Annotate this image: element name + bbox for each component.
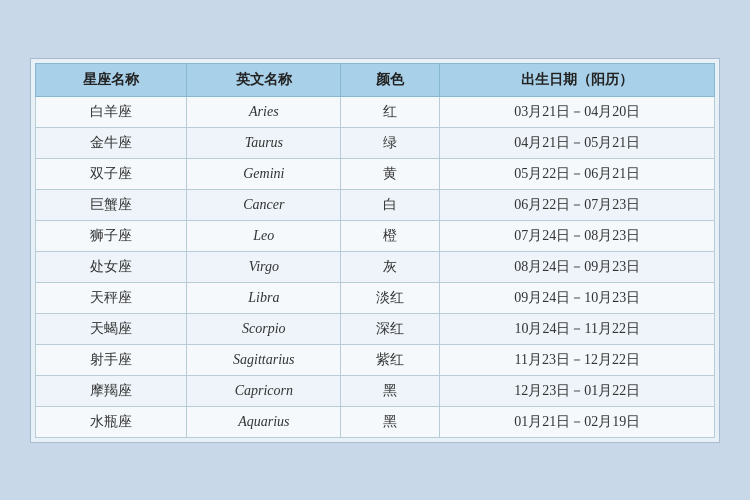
table-cell: 08月24日－09月23日 (440, 251, 715, 282)
zodiac-table-wrapper: 星座名称英文名称颜色出生日期（阳历） 白羊座Aries红03月21日－04月20… (30, 58, 720, 443)
table-cell: 黄 (341, 158, 440, 189)
table-cell: 巨蟹座 (36, 189, 187, 220)
table-header-cell: 英文名称 (187, 63, 341, 96)
table-cell: 处女座 (36, 251, 187, 282)
table-cell: 橙 (341, 220, 440, 251)
table-row: 处女座Virgo灰08月24日－09月23日 (36, 251, 715, 282)
table-cell: 03月21日－04月20日 (440, 96, 715, 127)
table-header-cell: 颜色 (341, 63, 440, 96)
table-cell: 白羊座 (36, 96, 187, 127)
table-cell: 01月21日－02月19日 (440, 406, 715, 437)
table-cell: 11月23日－12月22日 (440, 344, 715, 375)
table-cell: 05月22日－06月21日 (440, 158, 715, 189)
zodiac-table: 星座名称英文名称颜色出生日期（阳历） 白羊座Aries红03月21日－04月20… (35, 63, 715, 438)
table-cell: Libra (187, 282, 341, 313)
table-row: 天秤座Libra淡红09月24日－10月23日 (36, 282, 715, 313)
table-cell: 黑 (341, 375, 440, 406)
table-row: 金牛座Taurus绿04月21日－05月21日 (36, 127, 715, 158)
table-cell: 红 (341, 96, 440, 127)
table-cell: 09月24日－10月23日 (440, 282, 715, 313)
table-cell: Virgo (187, 251, 341, 282)
table-cell: 射手座 (36, 344, 187, 375)
table-cell: Sagittarius (187, 344, 341, 375)
table-row: 射手座Sagittarius紫红11月23日－12月22日 (36, 344, 715, 375)
table-cell: 黑 (341, 406, 440, 437)
table-row: 天蝎座Scorpio深红10月24日－11月22日 (36, 313, 715, 344)
table-cell: Cancer (187, 189, 341, 220)
table-cell: 10月24日－11月22日 (440, 313, 715, 344)
table-cell: 双子座 (36, 158, 187, 189)
table-cell: 天秤座 (36, 282, 187, 313)
table-cell: 紫红 (341, 344, 440, 375)
table-cell: 水瓶座 (36, 406, 187, 437)
table-cell: 04月21日－05月21日 (440, 127, 715, 158)
table-header-row: 星座名称英文名称颜色出生日期（阳历） (36, 63, 715, 96)
table-cell: 07月24日－08月23日 (440, 220, 715, 251)
table-header-cell: 出生日期（阳历） (440, 63, 715, 96)
table-cell: 12月23日－01月22日 (440, 375, 715, 406)
table-cell: 金牛座 (36, 127, 187, 158)
table-cell: 白 (341, 189, 440, 220)
table-cell: 摩羯座 (36, 375, 187, 406)
table-row: 双子座Gemini黄05月22日－06月21日 (36, 158, 715, 189)
table-cell: Aries (187, 96, 341, 127)
table-body: 白羊座Aries红03月21日－04月20日金牛座Taurus绿04月21日－0… (36, 96, 715, 437)
table-cell: Gemini (187, 158, 341, 189)
table-cell: Aquarius (187, 406, 341, 437)
table-cell: Taurus (187, 127, 341, 158)
table-row: 水瓶座Aquarius黑01月21日－02月19日 (36, 406, 715, 437)
table-cell: 灰 (341, 251, 440, 282)
table-row: 狮子座Leo橙07月24日－08月23日 (36, 220, 715, 251)
table-row: 白羊座Aries红03月21日－04月20日 (36, 96, 715, 127)
table-cell: 06月22日－07月23日 (440, 189, 715, 220)
table-cell: 绿 (341, 127, 440, 158)
table-cell: 天蝎座 (36, 313, 187, 344)
table-cell: Leo (187, 220, 341, 251)
table-row: 摩羯座Capricorn黑12月23日－01月22日 (36, 375, 715, 406)
table-header-cell: 星座名称 (36, 63, 187, 96)
table-cell: Scorpio (187, 313, 341, 344)
table-cell: 狮子座 (36, 220, 187, 251)
table-cell: Capricorn (187, 375, 341, 406)
table-cell: 深红 (341, 313, 440, 344)
table-row: 巨蟹座Cancer白06月22日－07月23日 (36, 189, 715, 220)
table-cell: 淡红 (341, 282, 440, 313)
